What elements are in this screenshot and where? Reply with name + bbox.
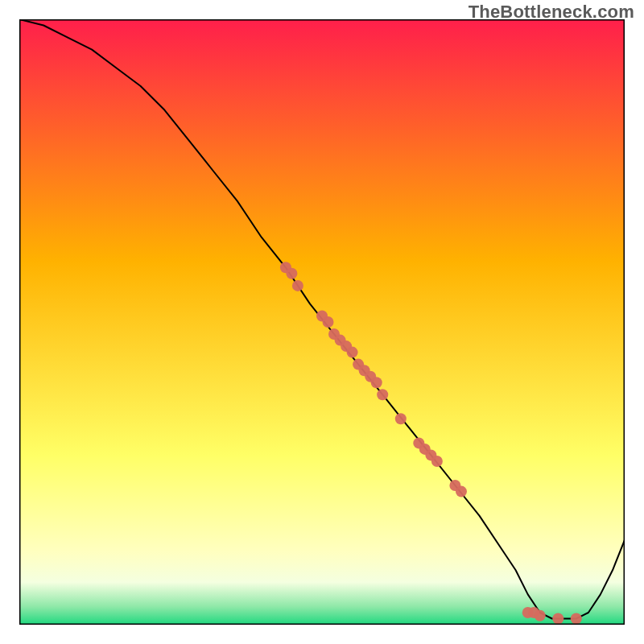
data-marker (377, 389, 388, 400)
data-marker (552, 613, 564, 625)
chart-plot (19, 19, 625, 625)
data-marker (395, 413, 407, 424)
data-marker (371, 377, 382, 388)
svg-rect-0 (19, 19, 625, 625)
data-marker (347, 347, 358, 358)
chart-svg (19, 19, 625, 625)
data-marker (571, 613, 582, 625)
chart-stage: TheBottleneck.com (0, 0, 644, 644)
data-marker (323, 316, 334, 328)
data-marker (431, 456, 443, 467)
data-marker (456, 486, 467, 497)
data-marker (535, 610, 546, 621)
data-marker (286, 268, 297, 279)
data-marker (292, 280, 303, 291)
